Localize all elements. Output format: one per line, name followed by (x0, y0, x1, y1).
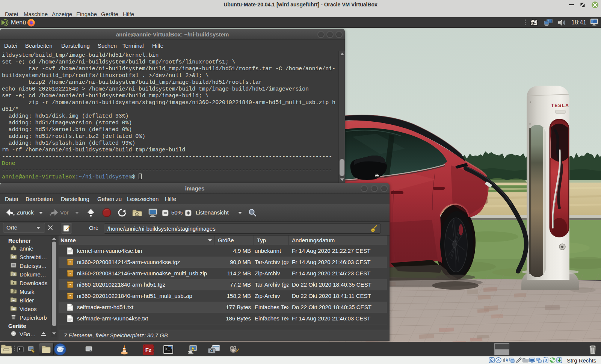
svg-text:TESLA: TESLA (551, 103, 569, 108)
svg-text:Fz: Fz (145, 347, 152, 353)
